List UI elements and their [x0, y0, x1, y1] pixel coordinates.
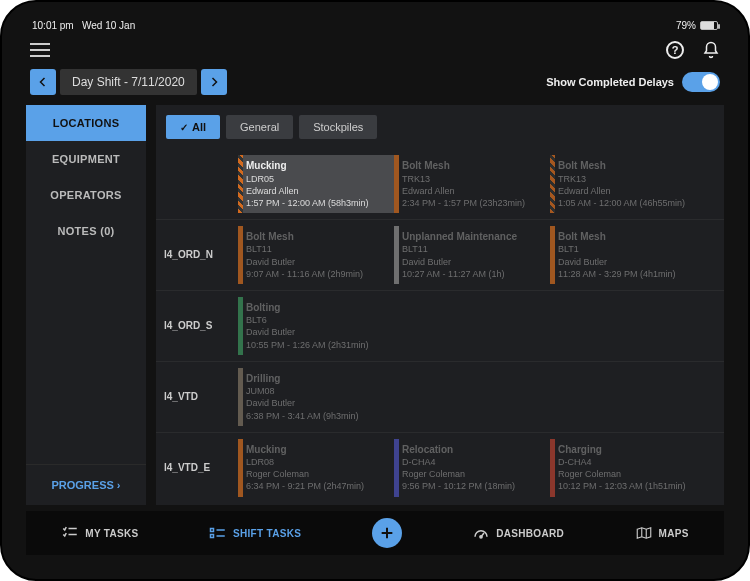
task-color-bar — [394, 226, 399, 284]
location-row: l4_ORD_SBoltingBLT6David Butler10:55 PM … — [156, 291, 724, 362]
battery-percent: 79% — [676, 20, 696, 31]
task-color-bar — [550, 439, 555, 497]
filter-chip-general[interactable]: General — [226, 115, 293, 139]
sidebar-item-operators[interactable]: OPERATORS — [26, 177, 146, 213]
toggle-label: Show Completed Delays — [546, 76, 674, 88]
status-bar: 10:01 pm Wed 10 Jan 79% — [26, 20, 724, 33]
task-equipment: D-CHA4 — [402, 456, 544, 468]
task-time: 6:34 PM - 9:21 PM (2h47min) — [246, 480, 388, 492]
task-equipment: JUM08 — [246, 385, 388, 397]
next-shift-button[interactable] — [201, 69, 227, 95]
help-icon[interactable]: ? — [666, 41, 684, 59]
task-title: Bolt Mesh — [558, 159, 700, 173]
task-time: 9:07 AM - 11:16 AM (2h9min) — [246, 268, 388, 280]
task-title: Bolting — [246, 301, 388, 315]
task-operator: David Butler — [558, 256, 700, 268]
filter-chip-all[interactable]: ✓All — [166, 115, 220, 139]
row-label — [156, 149, 238, 219]
nav-shift-tasks[interactable]: SHIFT TASKS — [209, 526, 301, 540]
task-operator: David Butler — [246, 256, 388, 268]
svg-rect-1 — [211, 535, 214, 538]
task-operator: Edward Allen — [402, 185, 544, 197]
task-card[interactable]: Unplanned MaintenanceBLT11David Butler10… — [394, 226, 550, 284]
task-card[interactable]: DrillingJUM08David Butler6:38 PM - 3:41 … — [238, 368, 394, 426]
sidebar: LOCATIONSEQUIPMENTOPERATORSNOTES (0) PRO… — [26, 105, 146, 505]
bottom-nav: MY TASKS SHIFT TASKS DASHBOARD MAPS — [26, 511, 724, 555]
task-color-bar — [238, 155, 243, 213]
nav-dashboard[interactable]: DASHBOARD — [472, 526, 564, 540]
svg-rect-0 — [211, 529, 214, 532]
sidebar-progress-link[interactable]: PROGRESS › — [26, 464, 146, 505]
task-title: Drilling — [246, 372, 388, 386]
task-operator: Roger Coleman — [558, 468, 700, 480]
sidebar-item-notes-0-[interactable]: NOTES (0) — [26, 213, 146, 249]
show-completed-delays-toggle[interactable] — [682, 72, 720, 92]
location-row: MuckingLDR05Edward Allen1:57 PM - 12:00 … — [156, 149, 724, 220]
row-label: l4_VTD — [156, 362, 238, 432]
task-card[interactable]: Bolt MeshBLT1David Butler11:28 AM - 3:29… — [550, 226, 706, 284]
task-title: Mucking — [246, 159, 388, 173]
notifications-icon[interactable] — [702, 41, 720, 59]
task-title: Mucking — [246, 443, 388, 457]
location-row: l4_VTDDrillingJUM08David Butler6:38 PM -… — [156, 362, 724, 433]
task-time: 10:55 PM - 1:26 AM (2h31min) — [246, 339, 388, 351]
row-label: l4_VTD_E — [156, 433, 238, 503]
task-time: 9:56 PM - 10:12 PM (18min) — [402, 480, 544, 492]
task-card[interactable]: ChargingD-CHA4Roger Coleman10:12 PM - 12… — [550, 439, 706, 497]
shift-selector[interactable]: Day Shift - 7/11/2020 — [60, 69, 197, 95]
task-equipment: TRK13 — [558, 173, 700, 185]
task-color-bar — [238, 439, 243, 497]
task-equipment: BLT6 — [246, 314, 388, 326]
task-time: 1:57 PM - 12:00 AM (58h3min) — [246, 197, 388, 209]
task-operator: David Butler — [246, 326, 388, 338]
menu-icon[interactable] — [30, 43, 50, 57]
task-operator: Edward Allen — [246, 185, 388, 197]
task-operator: Edward Allen — [558, 185, 700, 197]
task-card[interactable]: Bolt MeshTRK13Edward Allen1:05 AM - 12:0… — [550, 155, 706, 213]
sidebar-item-equipment[interactable]: EQUIPMENT — [26, 141, 146, 177]
add-button[interactable] — [372, 518, 402, 548]
task-time: 10:12 PM - 12:03 AM (1h51min) — [558, 480, 700, 492]
task-time: 11:28 AM - 3:29 PM (4h1min) — [558, 268, 700, 280]
task-equipment: BLT11 — [402, 243, 544, 255]
task-equipment: TRK13 — [402, 173, 544, 185]
task-title: Bolt Mesh — [402, 159, 544, 173]
task-card[interactable]: RelocationD-CHA4Roger Coleman9:56 PM - 1… — [394, 439, 550, 497]
task-card[interactable]: Bolt MeshBLT11David Butler9:07 AM - 11:1… — [238, 226, 394, 284]
nav-my-tasks[interactable]: MY TASKS — [61, 526, 138, 540]
task-equipment: BLT1 — [558, 243, 700, 255]
row-label: l4_ORD_N — [156, 220, 238, 290]
task-title: Bolt Mesh — [246, 230, 388, 244]
task-time: 6:38 PM - 3:41 AM (9h3min) — [246, 410, 388, 422]
task-equipment: BLT11 — [246, 243, 388, 255]
main-panel: ✓AllGeneralStockpiles MuckingLDR05Edward… — [156, 105, 724, 505]
task-color-bar — [550, 155, 555, 213]
task-color-bar — [394, 439, 399, 497]
task-card[interactable]: MuckingLDR08Roger Coleman6:34 PM - 9:21 … — [238, 439, 394, 497]
task-card[interactable]: Bolt MeshTRK13Edward Allen2:34 PM - 1:57… — [394, 155, 550, 213]
task-operator: Roger Coleman — [246, 468, 388, 480]
battery-icon — [700, 21, 718, 30]
row-label: l4_ORD_S — [156, 291, 238, 361]
location-row: l4_VTD_EMuckingLDR08Roger Coleman6:34 PM… — [156, 433, 724, 503]
prev-shift-button[interactable] — [30, 69, 56, 95]
task-color-bar — [550, 226, 555, 284]
task-time: 2:34 PM - 1:57 PM (23h23min) — [402, 197, 544, 209]
task-color-bar — [238, 368, 243, 426]
task-card[interactable]: BoltingBLT6David Butler10:55 PM - 1:26 A… — [238, 297, 394, 355]
sidebar-item-locations[interactable]: LOCATIONS — [26, 105, 146, 141]
task-card[interactable]: MuckingLDR05Edward Allen1:57 PM - 12:00 … — [238, 155, 394, 213]
status-date: Wed 10 Jan — [82, 20, 135, 31]
task-operator: David Butler — [246, 397, 388, 409]
task-operator: Roger Coleman — [402, 468, 544, 480]
task-title: Relocation — [402, 443, 544, 457]
task-operator: David Butler — [402, 256, 544, 268]
task-title: Bolt Mesh — [558, 230, 700, 244]
nav-maps[interactable]: MAPS — [635, 526, 689, 540]
status-time: 10:01 pm — [32, 20, 74, 31]
task-time: 1:05 AM - 12:00 AM (46h55min) — [558, 197, 700, 209]
task-equipment: D-CHA4 — [558, 456, 700, 468]
filter-chip-stockpiles[interactable]: Stockpiles — [299, 115, 377, 139]
location-row: l4_ORD_NBolt MeshBLT11David Butler9:07 A… — [156, 220, 724, 291]
task-title: Unplanned Maintenance — [402, 230, 544, 244]
